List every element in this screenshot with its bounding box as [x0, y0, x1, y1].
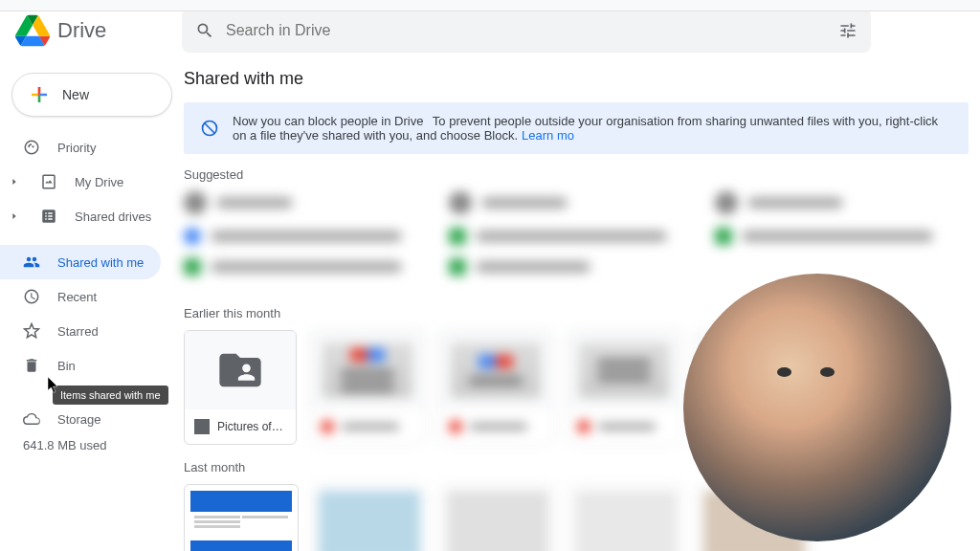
file-card[interactable] [312, 484, 427, 551]
file-card[interactable] [567, 330, 681, 445]
section-suggested-label: Suggested [184, 167, 969, 182]
sidebar-item-label: Shared with me [57, 255, 144, 270]
svg-line-1 [205, 123, 214, 133]
app-name: Drive [57, 18, 106, 43]
sidebar-item-label: Bin [57, 359, 76, 373]
new-button[interactable]: New [11, 73, 172, 117]
tooltip: Items shared with me [53, 386, 168, 405]
search-options-icon[interactable] [838, 21, 858, 40]
trash-icon [23, 357, 40, 374]
chevron-right-icon [10, 211, 19, 221]
drive-logo-icon [15, 13, 50, 48]
cursor-icon [47, 377, 60, 394]
file-card[interactable] [438, 330, 553, 445]
file-card[interactable] [184, 484, 299, 551]
star-icon [23, 322, 40, 340]
shared-drives-icon [40, 208, 57, 225]
file-card[interactable] [568, 484, 683, 551]
sidebar-item-label: My Drive [75, 175, 123, 189]
sidebar-item-label: Priority [57, 141, 96, 155]
sidebar-item-bin[interactable]: Bin [0, 348, 161, 383]
people-icon [23, 253, 40, 271]
search-bar[interactable] [182, 9, 871, 53]
file-card[interactable] [310, 330, 425, 445]
sidebar-item-starred[interactable]: Starred [0, 314, 161, 348]
info-banner: Now you can block people in Drive To pre… [184, 102, 969, 154]
clock-icon [23, 288, 40, 305]
chevron-right-icon [10, 177, 19, 187]
sidebar-item-shared-with-me[interactable]: Shared with me [0, 245, 161, 279]
search-icon [195, 21, 214, 40]
storage-label: Storage [57, 412, 101, 427]
sidebar-item-recent[interactable]: Recent [0, 279, 161, 314]
file-card[interactable] [440, 484, 555, 551]
cloud-icon [23, 410, 40, 428]
suggested-row [184, 191, 969, 289]
block-icon [200, 119, 219, 138]
sidebar: New Priority My Drive Shared drives Shar… [0, 61, 172, 551]
my-drive-icon [40, 173, 57, 190]
plus-icon [28, 83, 51, 106]
presenter-webcam [683, 274, 951, 541]
sidebar-item-priority[interactable]: Priority [0, 130, 161, 165]
search-input[interactable] [226, 22, 838, 39]
storage-used: 641.8 MB used [0, 438, 172, 452]
banner-learn-more-link[interactable]: Learn mo [522, 128, 574, 143]
folder-type-icon [194, 419, 210, 434]
banner-bold: Block [484, 128, 515, 143]
drive-logo[interactable]: Drive [15, 13, 168, 48]
folder-shared-icon [215, 345, 265, 395]
priority-icon [23, 139, 40, 156]
file-name: Pictures of Isobel... [217, 420, 286, 433]
sidebar-item-label: Recent [57, 290, 97, 304]
sidebar-item-label: Starred [57, 324, 99, 339]
sidebar-item-storage[interactable]: Storage [0, 402, 172, 436]
banner-title: Now you can block people in Drive [233, 114, 423, 128]
file-card-folder[interactable]: Pictures of Isobel... [184, 330, 297, 445]
sidebar-item-my-drive[interactable]: My Drive [0, 165, 161, 199]
page-title: Shared with me [184, 69, 969, 89]
sidebar-item-shared-drives[interactable]: Shared drives [0, 199, 161, 233]
new-button-label: New [62, 87, 89, 102]
sidebar-item-label: Shared drives [75, 209, 151, 224]
